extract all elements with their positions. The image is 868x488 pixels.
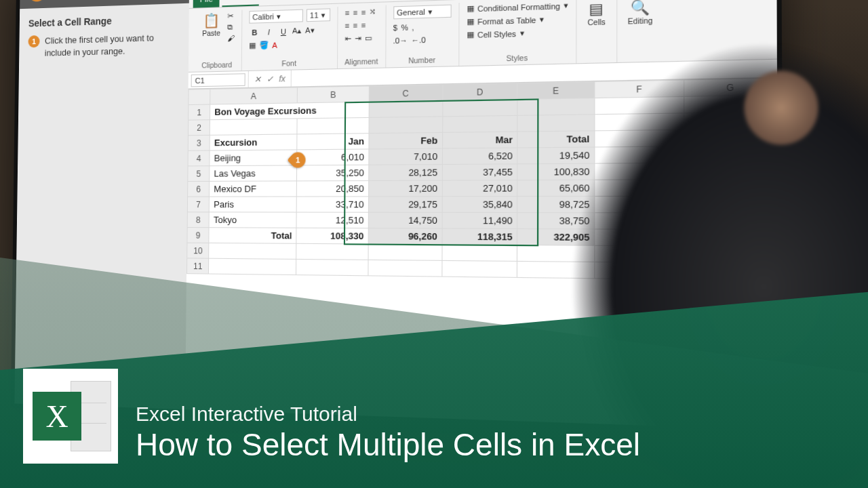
cell[interactable]: Tokyo: [209, 212, 296, 228]
cell[interactable]: [442, 115, 517, 132]
cell[interactable]: [442, 100, 517, 117]
cell[interactable]: [296, 259, 368, 275]
cell[interactable]: [369, 100, 442, 117]
currency-icon[interactable]: $: [393, 24, 398, 33]
format-painter-icon[interactable]: 🖌: [227, 34, 235, 43]
row-header[interactable]: 2: [188, 120, 210, 136]
cell[interactable]: Las Vegas: [210, 165, 297, 182]
fill-color-icon[interactable]: 🪣: [259, 41, 269, 50]
cell[interactable]: 6,520: [442, 148, 517, 165]
cell[interactable]: [442, 245, 517, 262]
row-header[interactable]: 8: [187, 212, 209, 228]
row-header[interactable]: 1: [189, 104, 210, 120]
cell-styles-button[interactable]: ▦ Cell Styles▾: [467, 28, 524, 39]
cell[interactable]: Total: [209, 228, 296, 244]
cell[interactable]: 96,260: [368, 228, 442, 245]
cell[interactable]: 14,750: [368, 212, 442, 228]
cell[interactable]: 108,330: [296, 228, 368, 244]
cell[interactable]: 118,315: [442, 228, 517, 245]
cell[interactable]: [297, 117, 369, 134]
underline-button[interactable]: U: [278, 27, 289, 36]
align-top-icon[interactable]: ≡: [345, 8, 350, 17]
increase-indent-icon[interactable]: ⇥: [355, 34, 361, 43]
name-box[interactable]: C1: [191, 73, 245, 87]
merge-icon[interactable]: ▭: [365, 33, 372, 43]
col-header-a[interactable]: A: [210, 87, 298, 104]
align-center-icon[interactable]: ≡: [353, 21, 358, 30]
row-header[interactable]: 9: [187, 228, 209, 243]
italic-button[interactable]: I: [263, 27, 274, 36]
percent-icon[interactable]: %: [401, 23, 408, 32]
cell[interactable]: Paris: [210, 197, 297, 212]
row-header[interactable]: 11: [187, 258, 209, 274]
tab-file[interactable]: File: [193, 0, 220, 8]
cell[interactable]: Excursion: [210, 134, 297, 150]
cells-button[interactable]: ▤Cells: [585, 0, 608, 28]
cell[interactable]: [209, 243, 296, 259]
inc-decimal-icon[interactable]: .0→: [393, 36, 408, 45]
shrink-font-icon[interactable]: A▾: [305, 26, 315, 35]
align-left-icon[interactable]: ≡: [345, 21, 350, 30]
cell[interactable]: 35,250: [297, 165, 369, 181]
align-mid-icon[interactable]: ≡: [353, 8, 358, 17]
comma-icon[interactable]: ,: [412, 23, 414, 32]
cell[interactable]: [369, 117, 442, 134]
grow-font-icon[interactable]: A▴: [292, 26, 302, 36]
number-format-select[interactable]: General▾: [393, 5, 451, 20]
row-header[interactable]: 5: [188, 166, 210, 182]
align-bot-icon[interactable]: ≡: [361, 7, 366, 16]
enter-formula-icon[interactable]: ✓: [267, 74, 273, 84]
cell[interactable]: Mexico DF: [210, 181, 297, 197]
cell[interactable]: [210, 119, 298, 135]
cell[interactable]: 35,840: [442, 197, 517, 213]
tab-home[interactable]: Home: [222, 0, 259, 7]
cell[interactable]: [442, 260, 517, 277]
cell[interactable]: 20,850: [297, 181, 369, 197]
decrease-indent-icon[interactable]: ⇤: [344, 34, 351, 43]
cell[interactable]: 27,010: [442, 180, 517, 197]
cell[interactable]: 11,490: [442, 212, 517, 228]
cut-icon[interactable]: ✂: [227, 12, 235, 21]
cell[interactable]: 37,455: [442, 164, 517, 180]
bold-button[interactable]: B: [249, 28, 260, 37]
cell[interactable]: Mar: [442, 131, 517, 148]
cell[interactable]: Bon Voyage Excursions: [210, 102, 369, 120]
dec-decimal-icon[interactable]: ←.0: [411, 35, 426, 44]
borders-icon[interactable]: ▦: [249, 41, 256, 50]
orientation-icon[interactable]: ⤭: [370, 7, 376, 16]
row-header[interactable]: 10: [187, 243, 209, 258]
cancel-formula-icon[interactable]: ✕: [254, 74, 261, 84]
col-header-b[interactable]: B: [298, 86, 370, 103]
col-header-d[interactable]: D: [442, 83, 517, 101]
cell[interactable]: 29,175: [368, 197, 442, 213]
paste-button[interactable]: 📋Paste: [199, 12, 223, 39]
row-header[interactable]: 3: [188, 135, 210, 150]
col-header-c[interactable]: C: [369, 85, 442, 102]
row-header[interactable]: 7: [187, 197, 209, 212]
row-header[interactable]: 6: [188, 181, 210, 197]
cell[interactable]: Beijing: [210, 150, 297, 166]
row-header[interactable]: 4: [188, 150, 210, 166]
cell[interactable]: 17,200: [369, 180, 442, 197]
cell[interactable]: 12,510: [296, 212, 368, 228]
cell[interactable]: 7,010: [369, 148, 442, 165]
font-name-select[interactable]: Calibri▾: [249, 9, 303, 24]
cell[interactable]: 33,710: [297, 197, 369, 212]
cell[interactable]: [209, 258, 296, 274]
font-size-select[interactable]: 11▾: [307, 8, 330, 22]
cell[interactable]: [296, 243, 368, 260]
cell[interactable]: Feb: [369, 132, 442, 149]
cell[interactable]: [368, 260, 442, 277]
format-as-table-button[interactable]: ▦ Format as Table▾: [467, 15, 545, 26]
select-all-corner[interactable]: [189, 89, 210, 104]
cell[interactable]: 28,125: [369, 165, 442, 181]
conditional-formatting-button[interactable]: ▦ Conditional Formatting▾: [467, 1, 568, 14]
cell[interactable]: [368, 244, 442, 260]
editing-button[interactable]: 🔍Editing: [625, 0, 656, 27]
fx-icon[interactable]: fx: [279, 73, 285, 83]
font-color-icon[interactable]: A: [272, 41, 277, 49]
cell[interactable]: 6,010: [297, 149, 369, 165]
cell[interactable]: Jan: [297, 134, 369, 150]
align-right-icon[interactable]: ≡: [361, 21, 366, 30]
copy-icon[interactable]: ⧉: [227, 22, 235, 32]
